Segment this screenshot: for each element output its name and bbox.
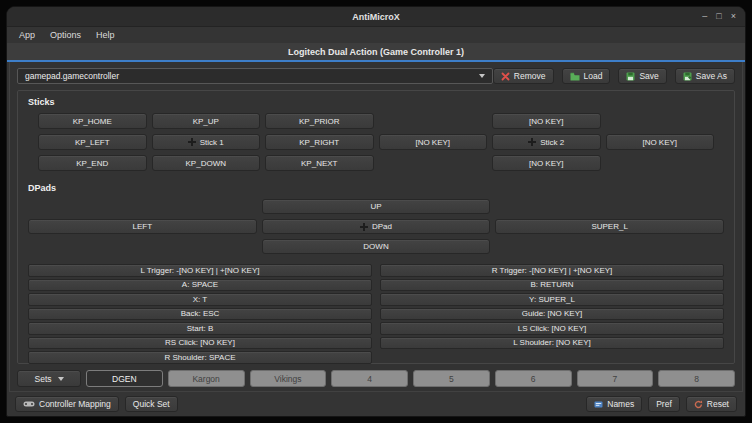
stick1-right-label: KP_RIGHT <box>299 138 339 147</box>
set-button-4[interactable]: 4 <box>331 370 408 387</box>
set-button-1[interactable]: DGEN <box>86 370 163 387</box>
stick2-center-button[interactable]: Stick 2 <box>492 134 601 150</box>
back-button[interactable]: Back: ESC <box>28 308 372 321</box>
stick2-up-button[interactable]: [NO KEY] <box>492 113 601 129</box>
set-button-7[interactable]: 7 <box>577 370 654 387</box>
set-3-label: Vikings <box>274 374 301 384</box>
dpad-right-button[interactable]: SUPER_L <box>495 219 724 234</box>
a-button-label: A: SPACE <box>182 280 218 289</box>
l-trigger-label: L Trigger: -[NO KEY] | +[NO KEY] <box>141 266 260 275</box>
dpad-up-label: UP <box>370 202 381 211</box>
bottom-bar: Controller Mapping Quick Set Names Pref … <box>7 392 745 416</box>
dpad-joystick-icon <box>360 223 368 231</box>
set-button-5[interactable]: 5 <box>413 370 490 387</box>
stick2-joystick-icon <box>528 138 536 146</box>
l-shoulder-button[interactable]: L Shoulder: [NO KEY] <box>380 337 724 350</box>
pref-button[interactable]: Pref <box>648 396 680 412</box>
stick1-name-label: Stick 1 <box>200 138 224 147</box>
controller-tabbar: Logitech Dual Action (Game Controller 1) <box>7 43 745 62</box>
combobox-dropdown-icon <box>479 74 485 78</box>
r-shoulder-button[interactable]: R Shoulder: SPACE <box>28 351 372 364</box>
stick2-down-label: [NO KEY] <box>529 159 564 168</box>
ls-click-button[interactable]: LS Click: [NO KEY] <box>380 322 724 335</box>
back-button-label: Back: ESC <box>181 309 220 318</box>
dpad-center-button[interactable]: DPad <box>262 219 491 234</box>
dpad-name-label: DPad <box>372 222 392 231</box>
set-1-label: DGEN <box>112 374 137 384</box>
button-assignments: L Trigger: -[NO KEY] | +[NO KEY] A: SPAC… <box>28 264 724 364</box>
stick1-up-label: KP_UP <box>193 117 219 126</box>
menu-options[interactable]: Options <box>43 29 88 41</box>
stick1-downright-button[interactable]: KP_NEXT <box>265 155 374 171</box>
quick-set-button[interactable]: Quick Set <box>125 396 178 412</box>
stick2-down-button[interactable]: [NO KEY] <box>492 155 601 171</box>
stick1-right-button[interactable]: KP_RIGHT <box>265 134 374 150</box>
remove-button[interactable]: Remove <box>493 68 554 84</box>
window-title: AntiMicroX <box>352 12 400 22</box>
x-button[interactable]: X: T <box>28 293 372 306</box>
stick1-upright-button[interactable]: KP_PRIOR <box>265 113 374 129</box>
stick2-left-label: [NO KEY] <box>415 138 450 147</box>
names-button[interactable]: Names <box>586 396 642 412</box>
stick1-upleft-button[interactable]: KP_HOME <box>38 113 147 129</box>
set-6-label: 6 <box>531 374 536 384</box>
profile-combobox[interactable]: gamepad.gamecontroller <box>17 68 493 84</box>
rs-click-label: RS Click: [NO KEY] <box>165 338 235 347</box>
close-button[interactable]: × <box>731 12 736 21</box>
tab-pane: gamepad.gamecontroller Remove Load <box>9 62 743 392</box>
dpad-down-label: DOWN <box>363 242 388 251</box>
menu-app[interactable]: App <box>12 29 42 41</box>
stick1-downleft-button[interactable]: KP_END <box>38 155 147 171</box>
maximize-button[interactable]: □ <box>716 12 721 21</box>
dpad-right-label: SUPER_L <box>591 222 627 231</box>
a-button[interactable]: A: SPACE <box>28 279 372 292</box>
sets-dropdown-button[interactable]: Sets <box>17 370 81 387</box>
controller-mapping-button[interactable]: Controller Mapping <box>15 396 119 412</box>
stick1-down-label: KP_DOWN <box>186 159 226 168</box>
set-button-3[interactable]: Vikings <box>250 370 327 387</box>
r-trigger-button[interactable]: R Trigger: -[NO KEY] | +[NO KEY] <box>380 264 724 277</box>
reset-button[interactable]: Reset <box>686 396 737 412</box>
r-shoulder-label: R Shoulder: SPACE <box>165 353 236 362</box>
names-icon <box>594 400 603 409</box>
titlebar[interactable]: AntiMicroX – □ × <box>7 7 745 27</box>
stick1-left-button[interactable]: KP_LEFT <box>38 134 147 150</box>
save-as-button-label: Save As <box>696 71 727 81</box>
y-button-label: Y: SUPER_L <box>529 295 575 304</box>
profile-row: gamepad.gamecontroller Remove Load <box>17 68 735 84</box>
stick2-right-button[interactable]: [NO KEY] <box>606 134 715 150</box>
set-button-6[interactable]: 6 <box>495 370 572 387</box>
load-button[interactable]: Load <box>562 68 611 84</box>
sticks-section-label: Sticks <box>28 97 724 107</box>
y-button[interactable]: Y: SUPER_L <box>380 293 724 306</box>
dpad-down-button[interactable]: DOWN <box>262 239 491 254</box>
start-button[interactable]: Start: B <box>28 322 372 335</box>
stick1-down-button[interactable]: KP_DOWN <box>152 155 261 171</box>
load-icon <box>570 72 580 81</box>
b-button[interactable]: B: RETURN <box>380 279 724 292</box>
dpad-left-button[interactable]: LEFT <box>28 219 257 234</box>
controller-mapping-label: Controller Mapping <box>39 399 111 409</box>
set-7-label: 7 <box>613 374 618 384</box>
rs-click-button[interactable]: RS Click: [NO KEY] <box>28 337 372 350</box>
l-trigger-button[interactable]: L Trigger: -[NO KEY] | +[NO KEY] <box>28 264 372 277</box>
minimize-button[interactable]: – <box>702 12 707 21</box>
menu-help[interactable]: Help <box>89 29 122 41</box>
l-shoulder-label: L Shoulder: [NO KEY] <box>513 338 591 347</box>
stick1-center-button[interactable]: Stick 1 <box>152 134 261 150</box>
set-button-8[interactable]: 8 <box>658 370 735 387</box>
reset-icon <box>694 400 703 409</box>
stick2-left-button[interactable]: [NO KEY] <box>379 134 488 150</box>
guide-button[interactable]: Guide: [NO KEY] <box>380 308 724 321</box>
dpad-left-label: LEFT <box>133 222 153 231</box>
save-as-button[interactable]: Save As <box>675 68 735 84</box>
stick1-up-button[interactable]: KP_UP <box>152 113 261 129</box>
set-button-2[interactable]: Kargon <box>168 370 245 387</box>
save-as-icon <box>683 72 692 81</box>
save-button[interactable]: Save <box>618 68 666 84</box>
pref-label: Pref <box>656 399 672 409</box>
dpad-up-button[interactable]: UP <box>262 199 491 214</box>
set-4-label: 4 <box>367 374 372 384</box>
save-icon <box>626 72 635 81</box>
tab-controller[interactable]: Logitech Dual Action (Game Controller 1) <box>7 43 745 62</box>
